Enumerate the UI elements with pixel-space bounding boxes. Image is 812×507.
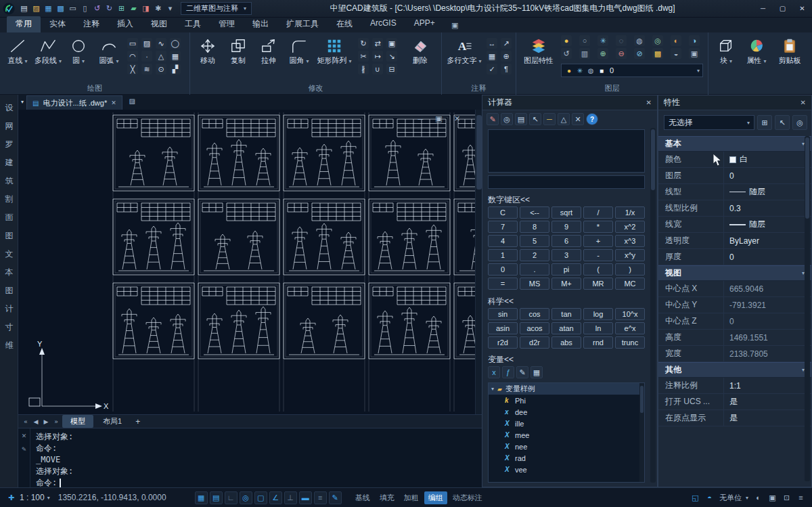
print-icon[interactable]: ▭ [67,3,78,14]
calc-key-atan[interactable]: atan [551,322,581,334]
model-paper-icon[interactable]: ◱ [690,492,701,504]
isolate-objects-icon[interactable]: ◐ [752,492,764,504]
offset-icon[interactable]: ▣ [386,38,397,49]
workspace-selector[interactable]: 二维草图与注释 ▾ [181,2,252,15]
property-value[interactable]: 1:1 [723,378,811,393]
side-tool[interactable]: 设 [0,99,18,117]
side-tool[interactable]: 计 [0,300,18,318]
layer-props-button[interactable]: 图层特性 [519,34,558,83]
calc-key-d2r[interactable]: d2r [520,336,549,349]
numpad-section-label[interactable]: 数字键区<< [488,194,530,206]
select-objects-icon[interactable]: ↖ [775,115,790,130]
side-tool[interactable]: 本 [0,263,18,282]
layout-tab-布局1[interactable]: 布局1 [95,415,130,428]
attributes-button[interactable]: 属性 ▾ [742,34,771,83]
fullscreen-icon[interactable]: ⊡ [781,492,792,504]
properties-title-bar[interactable]: 特性 ✕ [658,95,811,110]
calc-history-icon[interactable]: ◎ [501,113,513,125]
calc-key-.[interactable]: . [520,263,549,275]
calc-key-MS[interactable]: MS [520,278,549,290]
tab-APP+[interactable]: APP+ [405,16,444,32]
tab-工具[interactable]: 工具 [176,16,210,32]
center-mark-icon[interactable]: ⊕ [501,51,512,62]
calc-key-4[interactable]: 4 [488,235,518,247]
property-value[interactable]: 0 [723,168,811,183]
property-value[interactable]: 0 [723,249,811,265]
layer-sun-icon[interactable]: ✳ [575,66,585,75]
esnap-icon[interactable]: ▢ [254,491,267,504]
layer-lock-icon[interactable]: ◍ [634,35,645,46]
toggle-编组[interactable]: 编组 [424,491,447,504]
annotation-scale-icon[interactable]: ✚ [5,492,17,504]
arc-segment-icon[interactable]: ◠ [127,51,138,62]
file-tabs-menu-icon[interactable]: ▾ [21,99,24,105]
property-value[interactable]: 0.3 [723,200,811,216]
join-icon[interactable]: ∪ [372,64,383,74]
toggle-pickadd-icon[interactable]: ⊞ [757,115,772,130]
leader-icon[interactable]: ↗ [501,38,512,49]
tab-管理[interactable]: 管理 [210,16,244,32]
section-header[interactable]: 视图▾ [658,265,811,281]
variable-item[interactable]: xdee [489,406,644,418]
calc-angle-icon[interactable]: △ [558,113,570,125]
polar-icon[interactable]: ◎ [240,491,252,504]
lineweight-icon[interactable]: ≡ [314,491,327,504]
calc-key-C[interactable]: C [488,206,518,219]
command-window[interactable]: ✕✎ 选择对象:命令:_MOVE选择对象: 命令: [18,428,482,487]
calc-key-0[interactable]: 0 [488,263,518,275]
side-tool[interactable]: 图 [0,227,18,245]
side-tool[interactable]: 割 [0,190,18,208]
units-caret-icon[interactable]: ▾ [746,495,748,501]
calc-key-tan[interactable]: tan [551,308,581,320]
variable-item[interactable]: Xmee [489,429,644,441]
wipeout-icon[interactable]: ≋ [141,64,152,74]
properties-paint-icon[interactable]: ◨ [140,3,152,14]
layer-on-icon[interactable]: ● [561,35,572,46]
preview-icon[interactable]: ▯ [79,3,91,14]
calc-key-=[interactable]: = [488,278,518,290]
new-tab-icon[interactable]: ▨ [127,95,138,107]
calc-key-2[interactable]: 2 [520,249,549,261]
calc-key-cos[interactable]: cos [520,308,549,320]
layer-unisolate-icon[interactable]: ◑ [689,35,700,46]
calc-key-7[interactable]: 7 [488,221,518,233]
calc-key-MR[interactable]: MR [583,278,613,290]
move-button[interactable]: 移动 [193,34,223,83]
drawing-canvas[interactable]: YX ─▣✕ [18,110,482,414]
find-icon[interactable]: ✱ [152,3,164,14]
qat-dropdown-icon[interactable]: ▾ [164,3,176,14]
fillet-button[interactable]: 圆角 ▾ [284,34,314,83]
new-function-icon[interactable]: ƒ [502,366,514,378]
maximize-button[interactable]: ▢ [773,1,792,16]
calc-key-sin[interactable]: sin [488,308,518,320]
quick-select-icon[interactable]: ◎ [792,115,807,130]
undo-icon[interactable]: ↺ [91,3,103,14]
annotation-vis-icon[interactable]: ◓ [704,492,715,504]
calc-delete-icon[interactable]: ✕ [572,113,584,125]
calc-key-trunc[interactable]: trunc [615,336,645,349]
ellipse-icon[interactable]: ◯ [170,38,181,49]
mtext-button[interactable]: A多行文字 ▾ [445,34,484,83]
toggle-动态标注[interactable]: 动态标注 [449,491,487,504]
toggle-填充[interactable]: 填充 [376,491,399,504]
property-value[interactable]: 2138.7805 [723,346,811,361]
variable-item[interactable]: Xnee [489,441,644,452]
rotate-icon[interactable]: ↻ [358,38,369,49]
layer-isolate-icon[interactable]: ◐ [671,35,681,46]
calc-key-<--[interactable]: <-- [520,206,549,219]
last-tab-icon[interactable]: » [51,417,61,426]
first-tab-icon[interactable]: « [21,417,30,426]
layer-bulb-icon[interactable]: ● [564,66,574,75]
menu-icon[interactable]: ≡ [795,492,807,504]
property-value[interactable]: 1469.1551 [723,330,811,345]
property-value[interactable]: 0 [723,313,811,329]
layer-freeze-other-icon[interactable]: ⊘ [634,48,645,59]
variable-item[interactable]: Xrad [489,452,644,464]
dyn-ucs-icon[interactable]: ⊥ [284,491,297,504]
new-variable-icon[interactable]: x [488,366,500,378]
table-icon[interactable]: ▦ [170,51,181,62]
calc-key-e^x[interactable]: e^x [615,322,645,334]
layer-walk-icon[interactable]: ▥ [579,48,590,59]
layer-freeze-icon[interactable]: ✳ [597,35,608,46]
canvas-restore-icon[interactable]: ▣ [433,113,445,125]
